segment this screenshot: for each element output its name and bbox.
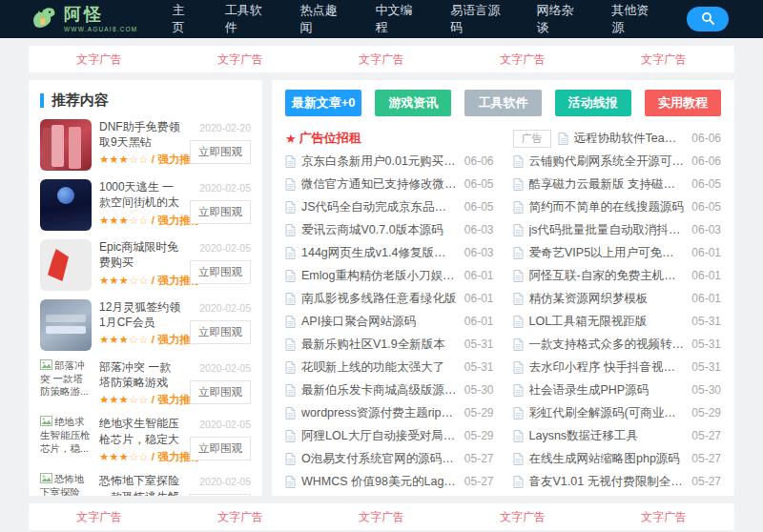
nav-item-2[interactable]: 热点趣闻 [300, 2, 345, 36]
article-title[interactable]: 社会语录生成PHP源码 [529, 382, 685, 399]
view-now-button[interactable]: 立即围观 [190, 494, 251, 496]
star-filled-icons: ★★★ [99, 394, 129, 405]
document-icon [285, 384, 296, 397]
thumbnail[interactable] [40, 179, 92, 231]
nav-item-3[interactable]: 中文编程 [375, 2, 420, 36]
thumbnail[interactable] [40, 299, 92, 351]
view-now-button[interactable]: 立即围观 [190, 320, 251, 344]
text-ad-link[interactable]: 文字广告 [217, 51, 263, 68]
article-row: 微信官方通知已支持修改微信号06-05 [285, 173, 494, 195]
article-row: 阿怪互联-自家的免费主机第一批正式开启06-01 [513, 264, 722, 287]
tab-3[interactable]: 活动线报 [555, 90, 631, 116]
text-ad-link[interactable]: 文字广告 [359, 509, 404, 525]
article-title[interactable]: 最新乐购社区V1.9全新版本 [301, 337, 457, 353]
text-ad-link[interactable]: 文字广告 [641, 51, 687, 68]
article-title[interactable]: 酷享磁力云最新版 支持磁力搜索下载和一... [529, 176, 685, 193]
view-now-button[interactable]: 立即围观 [190, 140, 251, 164]
recommendation-title[interactable]: Epic商城限时免费购买《SUPERHOT》游戏 [99, 239, 182, 271]
recommendation-title[interactable]: 恐怖地下室探险 一款恐怖逃生解谜类游戏 [99, 473, 182, 496]
article-title[interactable]: 爱讯云商城V0.7.0版本源码 [301, 222, 457, 238]
document-icon [285, 316, 296, 328]
article-title[interactable]: 144g网页生成v1.4修复版源码 [301, 245, 457, 261]
article-title[interactable]: 微信官方通知已支持修改微信号 [301, 176, 457, 193]
article-title[interactable]: Laysns数据迁移工具 [529, 428, 685, 444]
nav-item-4[interactable]: 易语言源码 [450, 2, 505, 36]
recommendation-title[interactable]: 12月灵狐签约领1月CF会员 [99, 299, 182, 330]
article-row: 广告远程协助软件TeamViewer v11 单文件版06-06 [513, 127, 722, 150]
article-date: 05-31 [464, 338, 494, 351]
text-ad-link[interactable]: 文字广告 [359, 51, 404, 68]
broken-thumbnail: 绝地求生智能压枪芯片，稳... [40, 416, 92, 464]
article-row: wordpress资源付费主题ripro6.7含美化包...05-29 [285, 401, 494, 424]
document-icon [285, 476, 296, 488]
view-now-button[interactable]: 立即围观 [190, 200, 251, 224]
article-title[interactable]: 简约而不简单的在线搜题源码 [529, 199, 685, 215]
nav-item-6[interactable]: 其他资源 [611, 2, 656, 36]
recommendation-title[interactable]: 1000天逃生 一款空间街机的太空模拟经营游戏 [99, 179, 182, 211]
article-title[interactable]: 云铺购代刷网系统全开源可运营程序搭建 [529, 153, 685, 170]
nav-item-1[interactable]: 工具软件 [225, 2, 270, 36]
star-icon: ★ [285, 132, 297, 146]
recommendation-date: 2020-02-05 [199, 362, 251, 374]
thumbnail[interactable] [40, 239, 92, 291]
article-date: 06-05 [464, 200, 494, 214]
article-row: 酷享磁力云最新版 支持磁力搜索下载和一...06-05 [513, 173, 722, 195]
recommendation-item: 恐怖地下室探险 一款恐怖...恐怖地下室探险 一款恐怖逃生解谜类游戏★★★☆☆ … [40, 473, 251, 496]
site-logo[interactable]: 阿怪 WWW.AGUAI8.COM [29, 4, 137, 34]
article-row: Emlog重构精仿老版小刀娱乐网HFoldao模...06-01 [285, 264, 494, 287]
document-icon [285, 178, 296, 191]
article-title[interactable]: Emlog重构精仿老版小刀娱乐网HFoldao模... [301, 268, 457, 284]
view-now-button[interactable]: 立即围观 [190, 380, 251, 404]
recommendation-item: 部落冲突 一款塔防策略游...部落冲突 一款塔防策略游戏★★★☆☆ / 强力推荐… [40, 359, 251, 407]
text-ad-link[interactable]: 文字广告 [500, 51, 546, 68]
article-title[interactable]: 最新伯乐发卡商城高级版源码 无后门 [301, 382, 457, 399]
text-ad-link[interactable]: 文字广告 [217, 509, 263, 525]
article-title[interactable]: 爱奇艺VIP5以上用户可免费发爱奇艺VIP红包 [529, 245, 685, 261]
bottom-text-ad-bar: 文字广告文字广告文字广告文字广告文字广告 [29, 503, 734, 530]
article-title[interactable]: 阿狸LOL大厅自动接受对局工具 [301, 428, 457, 444]
text-ad-link[interactable]: 文字广告 [641, 509, 687, 525]
text-ad-link[interactable]: 文字广告 [500, 509, 546, 525]
article-title[interactable]: 一款支持格式众多的视频转换器 [529, 337, 685, 353]
ad-slot-title[interactable]: 广告位招租 [299, 130, 494, 147]
article-panel: 最新文章+0游戏资讯工具软件活动线报实用教程 ★广告位招租京东白条新用户0.01… [272, 80, 734, 496]
recommendation-title[interactable]: 绝地求生智能压枪芯片，稳定大号使用，永久免费 [99, 416, 182, 447]
article-title[interactable]: 花呗新上线的功能太强大了 [301, 359, 457, 376]
thumbnail[interactable] [40, 119, 92, 171]
text-ad-link[interactable]: 文字广告 [76, 51, 122, 68]
article-title[interactable]: 南瓜影视多线路任意看绿化版 [301, 291, 457, 307]
article-title[interactable]: 在线生成网站缩略图php源码 [529, 451, 685, 467]
article-title[interactable]: js代码批量批量自动取消抖音关注 [529, 222, 685, 238]
nav-item-5[interactable]: 网络杂谈 [537, 2, 582, 36]
nav-item-0[interactable]: 主页 [172, 2, 194, 36]
recommendation-title[interactable]: 部落冲突 一款塔防策略游戏 [99, 359, 182, 390]
article-title[interactable]: 远程协助软件TeamViewer v11 单文件版 [574, 131, 685, 147]
tab-4[interactable]: 实用教程 [645, 90, 721, 116]
view-now-button[interactable]: 立即围观 [190, 437, 251, 460]
view-now-button[interactable]: 立即围观 [190, 260, 251, 284]
article-title[interactable]: 音友V1.01 无视付费限制全网音乐无损免费... [529, 474, 685, 490]
article-title[interactable]: LOL工具箱无限视距版 [529, 314, 685, 330]
article-title[interactable]: 彩虹代刷全解源码(可商业用途 防黑) [529, 405, 685, 421]
article-title[interactable]: 精仿某资源网织梦模板 [529, 291, 685, 307]
article-title[interactable]: 阿怪互联-自家的免费主机第一批正式开启 [529, 268, 685, 284]
tab-0[interactable]: 最新文章+0 [285, 90, 361, 116]
article-title[interactable]: wordpress资源付费主题ripro6.7含美化包... [301, 405, 457, 421]
article-title[interactable]: JS代码全自动完成京东品牌狂欢城活动任务 [301, 199, 457, 215]
article-title[interactable]: 京东白条新用户0.01元购买3个月爱奇艺黄... [301, 153, 457, 170]
article-title[interactable]: 去水印小程序 快手抖音视频搬运工上热门... [529, 359, 685, 376]
article-title[interactable]: O泡易支付系统官网的源码开源 [301, 451, 457, 467]
document-icon [513, 430, 524, 442]
article-row: 彩虹代刷全解源码(可商业用途 防黑)05-29 [513, 401, 722, 424]
tab-1[interactable]: 游戏资讯 [375, 90, 451, 116]
recommendation-title[interactable]: DNF助手免费领取9天黑钻 [99, 119, 182, 150]
search-button[interactable] [687, 7, 729, 31]
text-ad-link[interactable]: 文字广告 [76, 509, 122, 525]
article-title[interactable]: API接口聚合网站源码 [301, 314, 457, 330]
document-icon [513, 384, 524, 397]
star-empty-icons: ☆☆ [129, 394, 149, 405]
document-icon [285, 293, 296, 305]
tab-2[interactable]: 工具软件 [464, 90, 541, 116]
article-title[interactable]: WHMCS 价值98美元的Lagom模板开源 [301, 474, 457, 490]
document-icon [513, 247, 524, 259]
